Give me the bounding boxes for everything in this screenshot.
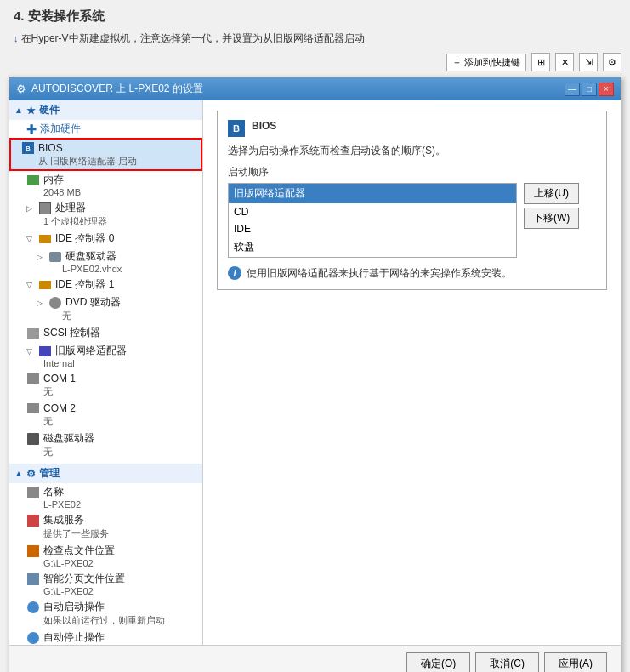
service-tree-item[interactable]: 集成服务 提供了一些服务 [9, 511, 202, 542]
dvd-tree-item[interactable]: ▷ DVD 驱动器 无 [9, 293, 202, 324]
ide1-label: IDE 控制器 1 [55, 277, 114, 292]
name-tree-item[interactable]: 名称 L-PXE02 [9, 483, 202, 511]
add-shortcut-button[interactable]: ＋ 添加到快捷键 [446, 54, 526, 71]
processor-sub: 1 个虚拟处理器 [26, 215, 196, 228]
add-hardware-label: 添加硬件 [40, 122, 81, 136]
floppy-sub: 无 [26, 446, 196, 458]
minimize-button[interactable]: — [565, 83, 580, 96]
manage-arrow: ▲ [14, 469, 23, 478]
add-hardware-item[interactable]: ✚ 添加硬件 [9, 120, 202, 138]
bios-main-panel: B BIOS 选择为启动操作系统而检查启动设备的顺序(S)。 启动顺序 旧版网络… [203, 100, 621, 645]
net-icon [38, 345, 52, 358]
com1-tree-item[interactable]: COM 1 无 [9, 370, 202, 400]
boot-item-net[interactable]: 旧版网络适配器 [229, 184, 516, 203]
name-sub: L-PXE02 [26, 499, 196, 510]
bios-tree-item[interactable]: B BIOS 从 旧版网络适配器 启动 [9, 138, 202, 171]
scsi-tree-item[interactable]: SCSI 控制器 [9, 324, 202, 342]
hdd-tree-item[interactable]: ▷ 硬盘驱动器 L-PXE02.vhdx [9, 248, 202, 276]
hdd-expand[interactable]: ▷ [37, 253, 45, 261]
bios-label: BIOS [38, 142, 63, 154]
dvd-icon [48, 296, 62, 310]
hardware-section-header[interactable]: ▲ ★ 硬件 [9, 100, 202, 120]
autostop-icon [26, 631, 40, 645]
ide1-tree-item[interactable]: ▽ IDE 控制器 1 [9, 276, 202, 293]
name-label: 名称 [43, 485, 64, 499]
autostart-sub: 如果以前运行过，则重新启动 [26, 614, 196, 627]
dvd-expand[interactable]: ▷ [37, 299, 45, 307]
hardware-icon: ★ [26, 105, 36, 117]
processor-expand[interactable]: ▷ [26, 204, 35, 213]
smart-tree-item[interactable]: 智能分页文件位置 G:\L-PXE02 [9, 570, 202, 598]
ide0-label: IDE 控制器 0 [55, 231, 114, 246]
dialog-titlebar: ⚙ AUTODISCOVER 上 L-PXE02 的设置 — □ × [9, 77, 621, 100]
ok-button[interactable]: 确定(O) [406, 652, 470, 672]
move-up-button[interactable]: 上移(U) [524, 183, 579, 204]
floppy-label: 磁盘驱动器 [43, 431, 94, 446]
smart-label: 智能分页文件位置 [43, 572, 125, 586]
toolbar-btn3[interactable]: ⇲ [579, 53, 598, 71]
settings-dialog: ⚙ AUTODISCOVER 上 L-PXE02 的设置 — □ × ▲ ★ 硬… [9, 77, 621, 672]
processor-tree-item[interactable]: ▷ 处理器 1 个虚拟处理器 [9, 199, 202, 230]
hdd-label: 硬盘驱动器 [65, 249, 116, 264]
net-tree-item[interactable]: ▽ 旧版网络适配器 Internal [9, 342, 202, 370]
boot-item-cd[interactable]: CD [229, 203, 516, 220]
autostart-tree-item[interactable]: 自动启动操作 如果以前运行过，则重新启动 [9, 598, 202, 629]
ide0-expand[interactable]: ▽ [26, 235, 35, 243]
hardware-section-label: 硬件 [39, 103, 60, 117]
hardware-arrow: ▲ [14, 105, 23, 115]
boot-order-label: 启动顺序 [228, 165, 596, 179]
checkpoint-sub: G:\L-PXE02 [26, 558, 196, 568]
checkpoint-label: 检查点文件位置 [43, 544, 115, 558]
apply-button[interactable]: 应用(A) [544, 652, 607, 672]
memory-sub: 2048 MB [26, 187, 196, 197]
boot-item-ide[interactable]: IDE [229, 220, 516, 237]
floppy-tree-item[interactable]: 磁盘驱动器 无 [9, 430, 202, 460]
bios-description: 选择为启动操作系统而检查启动设备的顺序(S)。 [228, 144, 596, 158]
checkpoint-icon [26, 544, 40, 558]
bios-section-title: BIOS [252, 120, 276, 132]
com2-icon [26, 401, 40, 415]
move-down-button[interactable]: 下移(W) [524, 208, 579, 229]
memory-icon [26, 174, 40, 187]
boot-order-list[interactable]: 旧版网络适配器 CD IDE 软盘 [228, 183, 517, 258]
maximize-button[interactable]: □ [582, 83, 597, 96]
toolbar-btn4[interactable]: ⚙ [603, 53, 621, 71]
ide0-tree-item[interactable]: ▽ IDE 控制器 0 [9, 230, 202, 248]
close-button[interactable]: × [599, 83, 614, 96]
dvd-label: DVD 驱动器 [65, 295, 121, 310]
bios-icon: B [21, 141, 35, 155]
checkpoint-tree-item[interactable]: 检查点文件位置 G:\L-PXE02 [9, 542, 202, 570]
cancel-button[interactable]: 取消(C) [475, 652, 539, 672]
hdd-sub: L-PXE02.vhdx [37, 264, 196, 274]
toolbar-btn2[interactable]: ✕ [555, 53, 574, 71]
autostop-label: 自动停止操作 [43, 630, 105, 645]
info-box: i 使用旧版网络适配器来执行基于网络的来宾操作系统安装。 [228, 266, 596, 281]
manage-icon: ⚙ [26, 468, 36, 480]
autostop-tree-item[interactable]: 自动停止操作 [9, 629, 202, 645]
boot-order-buttons: 上移(U) 下移(W) [524, 183, 579, 258]
scsi-icon [26, 327, 40, 340]
dvd-sub: 无 [37, 310, 196, 322]
com2-tree-item[interactable]: COM 2 无 [9, 400, 202, 430]
service-icon [26, 514, 40, 527]
add-shortcut-icon: ＋ [452, 56, 462, 69]
hdd-icon [48, 250, 62, 264]
settings-sidebar: ▲ ★ 硬件 ✚ 添加硬件 B BIOS [9, 100, 203, 645]
add-hardware-icon: ✚ [26, 122, 37, 136]
memory-tree-item[interactable]: 内存 2048 MB [9, 171, 202, 199]
ide1-icon [38, 278, 52, 292]
toolbar: ＋ 添加到快捷键 ⊞ ✕ ⇲ ⚙ [0, 51, 630, 73]
titlebar-controls: — □ × [565, 83, 614, 96]
com2-sub: 无 [26, 415, 196, 428]
boot-order-area: 旧版网络适配器 CD IDE 软盘 上移(U) 下移(W) [228, 183, 596, 258]
net-sub: Internal [26, 358, 196, 368]
service-label: 集成服务 [43, 513, 84, 527]
manage-section-header[interactable]: ▲ ⚙ 管理 [9, 464, 202, 483]
toolbar-btn1[interactable]: ⊞ [531, 53, 550, 71]
dialog-titlebar-icon: ⚙ [16, 83, 26, 95]
page-title: 4. 安装操作系统 [0, 0, 630, 28]
net-expand[interactable]: ▽ [26, 347, 35, 356]
ide1-expand[interactable]: ▽ [26, 281, 35, 289]
boot-item-floppy[interactable]: 软盘 [229, 237, 516, 257]
dialog-body: ▲ ★ 硬件 ✚ 添加硬件 B BIOS [9, 100, 621, 645]
